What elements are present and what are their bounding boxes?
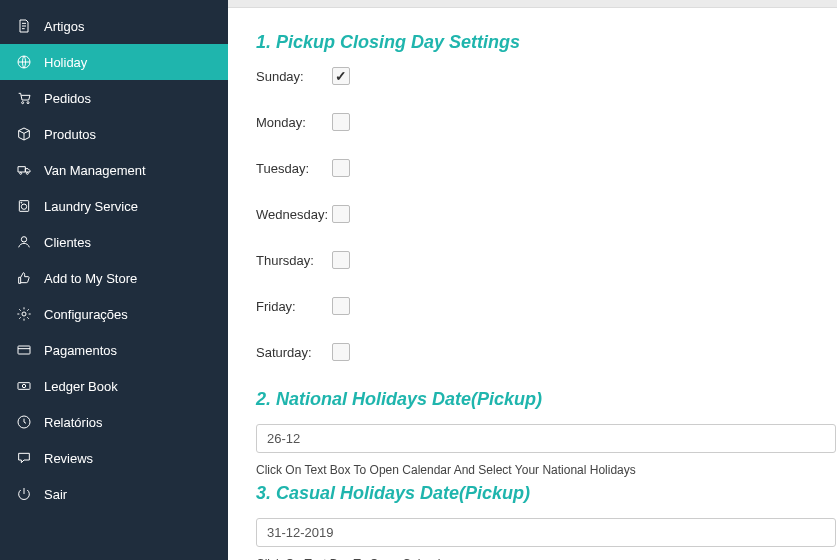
svg-point-6 <box>21 204 26 209</box>
sidebar: Artigos Holiday Pedidos Produtos Van Man… <box>0 0 228 560</box>
day-row-saturday: Saturday: <box>256 343 809 361</box>
section-title-closing-days: 1. Pickup Closing Day Settings <box>256 32 809 53</box>
svg-rect-10 <box>18 346 30 354</box>
svg-point-8 <box>21 237 26 242</box>
top-bar <box>228 0 837 8</box>
credit-card-icon <box>14 342 34 358</box>
checkbox-saturday[interactable] <box>332 343 350 361</box>
svg-point-1 <box>22 102 24 104</box>
svg-point-7 <box>21 202 22 203</box>
day-label: Thursday: <box>256 253 332 268</box>
checkbox-wednesday[interactable] <box>332 205 350 223</box>
day-row-monday: Monday: <box>256 113 809 131</box>
thumbs-up-icon <box>14 270 34 286</box>
power-icon <box>14 486 34 502</box>
sidebar-item-label: Artigos <box>44 19 84 34</box>
chat-icon <box>14 450 34 466</box>
sidebar-item-clientes[interactable]: Clientes <box>0 224 228 260</box>
sidebar-item-pedidos[interactable]: Pedidos <box>0 80 228 116</box>
checkbox-tuesday[interactable] <box>332 159 350 177</box>
day-label: Tuesday: <box>256 161 332 176</box>
sidebar-item-label: Pagamentos <box>44 343 117 358</box>
sidebar-item-label: Produtos <box>44 127 96 142</box>
user-icon <box>14 234 34 250</box>
sidebar-item-configuracoes[interactable]: Configurações <box>0 296 228 332</box>
svg-point-2 <box>27 102 29 104</box>
package-icon <box>14 126 34 142</box>
svg-point-3 <box>20 172 22 174</box>
checkbox-thursday[interactable] <box>332 251 350 269</box>
national-holidays-input[interactable] <box>256 424 836 453</box>
day-row-wednesday: Wednesday: <box>256 205 809 223</box>
sidebar-item-add-to-my-store[interactable]: Add to My Store <box>0 260 228 296</box>
sidebar-item-label: Relatórios <box>44 415 103 430</box>
day-label: Wednesday: <box>256 207 332 222</box>
document-icon <box>14 18 34 34</box>
section-title-national-holidays: 2. National Holidays Date(Pickup) <box>256 389 809 410</box>
day-row-thursday: Thursday: <box>256 251 809 269</box>
cart-icon <box>14 90 34 106</box>
sidebar-item-label: Laundry Service <box>44 199 138 214</box>
sidebar-item-label: Holiday <box>44 55 87 70</box>
sidebar-item-relatorios[interactable]: Relatórios <box>0 404 228 440</box>
clock-icon <box>14 414 34 430</box>
main-content: 1. Pickup Closing Day Settings Sunday: M… <box>228 0 837 560</box>
sidebar-item-ledger-book[interactable]: Ledger Book <box>0 368 228 404</box>
sidebar-item-label: Sair <box>44 487 67 502</box>
svg-rect-11 <box>18 383 30 390</box>
day-label: Sunday: <box>256 69 332 84</box>
settings-icon <box>14 306 34 322</box>
casual-holidays-input[interactable] <box>256 518 836 547</box>
sidebar-item-label: Add to My Store <box>44 271 137 286</box>
globe-icon <box>14 54 34 70</box>
day-row-friday: Friday: <box>256 297 809 315</box>
sidebar-item-artigos[interactable]: Artigos <box>0 8 228 44</box>
sidebar-item-produtos[interactable]: Produtos <box>0 116 228 152</box>
svg-point-9 <box>22 312 26 316</box>
sidebar-item-pagamentos[interactable]: Pagamentos <box>0 332 228 368</box>
checkbox-friday[interactable] <box>332 297 350 315</box>
sidebar-item-label: Configurações <box>44 307 128 322</box>
sidebar-item-label: Pedidos <box>44 91 91 106</box>
sidebar-item-label: Ledger Book <box>44 379 118 394</box>
section-title-casual-holidays: 3. Casual Holidays Date(Pickup) <box>256 483 809 504</box>
national-holidays-hint: Click On Text Box To Open Calendar And S… <box>256 463 809 477</box>
sidebar-item-reviews[interactable]: Reviews <box>0 440 228 476</box>
day-label: Monday: <box>256 115 332 130</box>
checkbox-sunday[interactable] <box>332 67 350 85</box>
sidebar-item-label: Van Management <box>44 163 146 178</box>
laundry-icon <box>14 198 34 214</box>
sidebar-item-label: Reviews <box>44 451 93 466</box>
day-label: Saturday: <box>256 345 332 360</box>
sidebar-item-laundry-service[interactable]: Laundry Service <box>0 188 228 224</box>
svg-point-4 <box>26 172 28 174</box>
svg-point-12 <box>22 384 25 387</box>
day-row-sunday: Sunday: <box>256 67 809 85</box>
money-icon <box>14 378 34 394</box>
sidebar-item-van-management[interactable]: Van Management <box>0 152 228 188</box>
sidebar-item-holiday[interactable]: Holiday <box>0 44 228 80</box>
day-label: Friday: <box>256 299 332 314</box>
checkbox-monday[interactable] <box>332 113 350 131</box>
day-row-tuesday: Tuesday: <box>256 159 809 177</box>
sidebar-item-label: Clientes <box>44 235 91 250</box>
sidebar-item-sair[interactable]: Sair <box>0 476 228 512</box>
truck-icon <box>14 162 34 178</box>
